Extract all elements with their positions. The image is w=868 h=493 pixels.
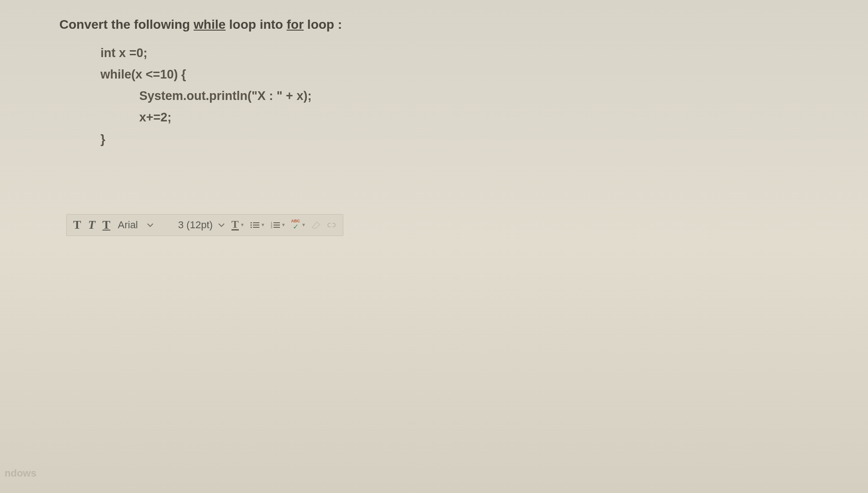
watermark-text: ndows bbox=[5, 467, 37, 479]
font-size-select[interactable]: 3 (12pt) bbox=[174, 217, 228, 233]
more-tools-button[interactable] bbox=[324, 218, 339, 232]
font-size-label: 3 (12pt) bbox=[178, 219, 213, 231]
chain-icon bbox=[326, 222, 337, 228]
question-middle: loop into bbox=[226, 17, 287, 31]
text-color-icon: T bbox=[231, 220, 239, 231]
bullet-list-button[interactable]: ▼ bbox=[248, 218, 268, 232]
code-line: int x =0; bbox=[100, 42, 809, 64]
svg-rect-7 bbox=[274, 222, 280, 223]
dropdown-arrow-icon: ▼ bbox=[240, 222, 245, 227]
code-line: x+=2; bbox=[139, 107, 809, 128]
svg-rect-9 bbox=[274, 225, 280, 226]
bold-icon: T bbox=[73, 218, 81, 232]
code-line: } bbox=[100, 129, 809, 150]
code-block: int x =0; while(x <=10) { System.out.pri… bbox=[100, 42, 809, 150]
font-family-label: Arial bbox=[118, 219, 138, 231]
question-prompt: Convert the following while loop into fo… bbox=[59, 14, 809, 36]
dropdown-arrow-icon: ▼ bbox=[301, 222, 306, 227]
svg-point-2 bbox=[250, 224, 252, 226]
svg-rect-11 bbox=[274, 227, 280, 228]
text-color-button[interactable]: T ▼ bbox=[229, 218, 247, 232]
svg-point-4 bbox=[250, 226, 252, 228]
code-line: while(x <=10) { bbox=[100, 64, 809, 85]
italic-icon: T bbox=[88, 218, 95, 232]
chevron-down-icon bbox=[218, 223, 225, 227]
spellcheck-icon: ABC ✓ bbox=[291, 219, 300, 231]
question-prefix: Convert the following bbox=[59, 17, 194, 31]
underline-icon: T bbox=[102, 218, 110, 232]
question-underline-while: while bbox=[194, 17, 226, 31]
eraser-button[interactable] bbox=[309, 218, 323, 232]
numbered-list-icon: 1 2 3 bbox=[271, 221, 280, 229]
bullet-list-icon bbox=[250, 221, 259, 229]
question-suffix: loop : bbox=[304, 17, 342, 31]
chevron-down-icon bbox=[147, 223, 153, 227]
svg-text:3: 3 bbox=[271, 226, 273, 229]
underline-button[interactable]: T bbox=[100, 218, 113, 232]
italic-button[interactable]: T bbox=[85, 218, 99, 232]
question-underline-for: for bbox=[287, 17, 304, 31]
dropdown-arrow-icon: ▼ bbox=[281, 222, 286, 227]
spellcheck-button[interactable]: ABC ✓ ▼ bbox=[289, 218, 308, 232]
dropdown-arrow-icon: ▼ bbox=[261, 222, 265, 227]
code-line: System.out.println("X : " + x); bbox=[139, 85, 809, 107]
svg-rect-1 bbox=[253, 222, 259, 223]
svg-rect-3 bbox=[253, 225, 259, 226]
answer-textarea[interactable] bbox=[66, 245, 809, 382]
editor-toolbar: T T T Arial 3 (12pt) T ▼ bbox=[66, 214, 343, 236]
font-family-select[interactable]: Arial bbox=[114, 217, 174, 233]
eraser-icon bbox=[311, 221, 321, 229]
bold-button[interactable]: T bbox=[70, 218, 84, 232]
svg-rect-5 bbox=[253, 227, 259, 228]
numbered-list-button[interactable]: 1 2 3 ▼ bbox=[268, 218, 288, 232]
svg-point-0 bbox=[250, 222, 252, 223]
